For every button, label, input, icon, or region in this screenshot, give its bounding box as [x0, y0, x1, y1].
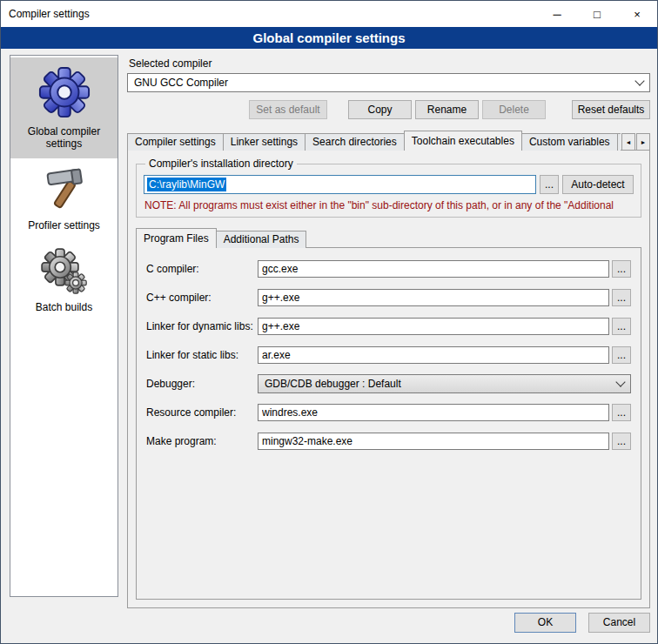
browse-directory-button[interactable]: ...: [540, 175, 559, 194]
window-controls: ─ □ ×: [537, 1, 657, 27]
c-compiler-label: C compiler:: [146, 263, 258, 275]
sidebar-item-profiler-settings[interactable]: Profiler settings: [10, 158, 118, 240]
chevron-down-icon: [634, 76, 644, 85]
installation-directory-group: Compiler's installation directory C:\ray…: [136, 158, 641, 218]
rename-button[interactable]: Rename: [415, 100, 479, 119]
tab-compiler-settings[interactable]: Compiler settings: [127, 133, 224, 151]
delete-button[interactable]: Delete: [482, 100, 546, 119]
resource-compiler-label: Resource compiler:: [146, 406, 258, 419]
installation-directory-label: Compiler's installation directory: [145, 158, 297, 170]
program-files-panel: C compiler: ... C++ compiler: ... Linker…: [136, 247, 641, 600]
sidebar-item-batch-builds[interactable]: Batch builds: [10, 240, 118, 322]
selected-compiler-dropdown[interactable]: GNU GCC Compiler: [127, 73, 650, 92]
make-program-browse-button[interactable]: ...: [612, 433, 631, 450]
sidebar-item-global-compiler-settings[interactable]: Global compiler settings: [10, 57, 118, 158]
static-linker-label: Linker for static libs:: [146, 349, 258, 361]
window-title: Compiler settings: [1, 8, 90, 20]
ok-button[interactable]: OK: [514, 613, 576, 633]
installation-directory-value: C:\raylib\MinGW: [147, 178, 226, 191]
close-button[interactable]: ×: [617, 1, 657, 27]
tab-additional-paths[interactable]: Additional Paths: [216, 231, 307, 248]
page-title: Global compiler settings: [1, 27, 657, 49]
chevron-down-icon: [615, 377, 625, 386]
auto-detect-button[interactable]: Auto-detect: [562, 175, 634, 194]
sidebar-item-label: Batch builds: [36, 301, 92, 313]
minimize-button[interactable]: ─: [537, 1, 577, 27]
sidebar-item-label: Profiler settings: [28, 219, 100, 231]
tab-toolchain-executables[interactable]: Toolchain executables: [404, 131, 522, 151]
maximize-button[interactable]: □: [577, 1, 617, 27]
set-as-default-button[interactable]: Set as default: [249, 100, 327, 119]
debugger-dropdown[interactable]: GDB/CDB debugger : Default: [258, 374, 631, 393]
debugger-value: GDB/CDB debugger : Default: [265, 378, 401, 390]
static-linker-browse-button[interactable]: ...: [612, 346, 631, 364]
c-compiler-browse-button[interactable]: ...: [612, 260, 631, 278]
resource-compiler-input[interactable]: [258, 404, 609, 421]
make-program-label: Make program:: [146, 435, 258, 447]
tab-scroll-buttons: ◄ ►: [621, 133, 650, 151]
cpp-compiler-input[interactable]: [258, 289, 609, 306]
directory-note: NOTE: All programs must exist either in …: [144, 199, 634, 211]
hammer-icon: [41, 166, 88, 213]
cpp-compiler-label: C++ compiler:: [146, 292, 258, 304]
dynamic-linker-label: Linker for dynamic libs:: [146, 320, 258, 332]
gray-gears-icon: [41, 248, 88, 295]
resource-compiler-browse-button[interactable]: ...: [612, 404, 631, 421]
compiler-settings-window: Compiler settings ─ □ × Global compiler …: [0, 0, 658, 644]
make-program-input[interactable]: [258, 433, 609, 450]
c-compiler-input[interactable]: [258, 260, 609, 278]
tab-linker-settings[interactable]: Linker settings: [223, 133, 306, 151]
toolchain-executables-panel: Compiler's installation directory C:\ray…: [127, 150, 650, 608]
program-files-tab-strip: Program Files Additional Paths: [136, 228, 641, 248]
settings-tab-strip: Compiler settings Linker settings Search…: [127, 131, 650, 151]
selected-compiler-label: Selected compiler: [129, 57, 650, 70]
sidebar-item-label: Global compiler settings: [14, 125, 114, 150]
cpp-compiler-browse-button[interactable]: ...: [612, 289, 631, 306]
dialog-footer: OK Cancel: [1, 608, 657, 643]
tab-search-directories[interactable]: Search directories: [305, 133, 405, 151]
compiler-actions-row: Set as default Copy Rename Delete Reset …: [127, 100, 650, 119]
debugger-label: Debugger:: [146, 378, 258, 390]
blue-gear-icon: [37, 65, 91, 119]
tab-program-files[interactable]: Program Files: [136, 228, 217, 248]
dynamic-linker-browse-button[interactable]: ...: [612, 318, 631, 335]
static-linker-input[interactable]: [258, 346, 609, 364]
dynamic-linker-input[interactable]: [258, 318, 609, 335]
settings-sidebar: Global compiler settings Profiler settin…: [10, 55, 118, 597]
cancel-button[interactable]: Cancel: [588, 613, 650, 633]
copy-button[interactable]: Copy: [348, 100, 412, 119]
reset-defaults-button[interactable]: Reset defaults: [572, 100, 650, 119]
tab-scroll-left-icon[interactable]: ◄: [621, 133, 635, 151]
titlebar: Compiler settings ─ □ ×: [1, 1, 657, 27]
tab-custom-variables[interactable]: Custom variables: [521, 133, 618, 151]
selected-compiler-value: GNU GCC Compiler: [134, 77, 228, 89]
installation-directory-input[interactable]: C:\raylib\MinGW: [144, 175, 536, 194]
tab-scroll-right-icon[interactable]: ►: [636, 133, 650, 151]
